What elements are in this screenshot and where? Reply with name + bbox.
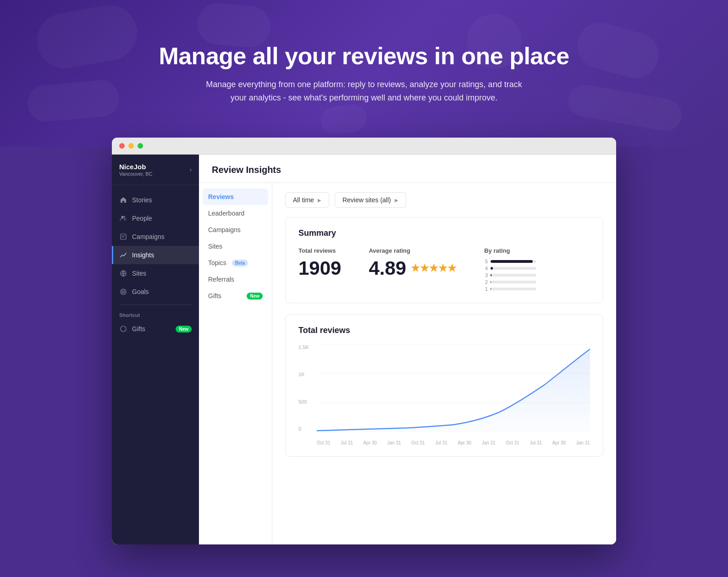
x-label-oct31-3: Oct 31	[506, 440, 519, 445]
sidebar-logo[interactable]: NiceJob Vancouver, BC ›	[112, 155, 199, 185]
sidebar-label-insights: Insights	[132, 251, 154, 259]
by-rating-metric: By rating 5	[484, 247, 536, 292]
sidebar-label-campaigns: Campaigns	[132, 233, 165, 240]
bar-track-2	[491, 281, 536, 283]
people-icon	[119, 214, 127, 222]
star-rating: ★ ★ ★ ★ ★	[411, 263, 457, 273]
total-reviews-metric: Total reviews 1909	[298, 247, 341, 278]
sub-nav-label-campaigns: Campaigns	[208, 226, 241, 233]
svg-point-0	[121, 216, 124, 218]
sub-nav-leaderboard[interactable]: Leaderboard	[199, 205, 272, 222]
blob-7	[319, 102, 368, 136]
bar-fill-4	[491, 267, 493, 270]
sidebar-divider	[119, 305, 192, 305]
chart-svg-area	[317, 344, 590, 432]
sub-nav-label-leaderboard: Leaderboard	[208, 210, 244, 217]
topics-badge-beta: Beta	[232, 260, 248, 266]
star-3: ★	[429, 263, 438, 273]
bar-label-1: 1	[484, 286, 488, 292]
sidebar-item-people[interactable]: People	[112, 209, 199, 227]
sub-nav-reviews[interactable]: Reviews	[203, 189, 268, 205]
rating-bar-3: 3	[484, 272, 536, 278]
site-filter-button[interactable]: Review sites (all) ▶	[335, 192, 406, 208]
bar-track-3	[491, 274, 536, 277]
time-filter-button[interactable]: All time ▶	[285, 192, 329, 208]
sidebar-label-stories: Stories	[132, 196, 152, 204]
x-label-jul31-3: Jul 31	[529, 440, 542, 445]
rating-bar-4: 4	[484, 266, 536, 271]
chart-y-labels: 1.5K 1K 500 0	[298, 344, 309, 432]
chart-x-labels: Oct 31 Jul 31 Apr 30 Jan 31 Oct 31 Jul 3…	[317, 440, 590, 445]
insights-icon	[119, 251, 127, 259]
sidebar-item-campaigns[interactable]: Campaigns	[112, 227, 199, 246]
rating-bar-2: 2	[484, 279, 536, 285]
sidebar-item-insights[interactable]: Insights	[112, 246, 199, 264]
sidebar: NiceJob Vancouver, BC › Stories	[112, 155, 199, 544]
sub-nav-label-gifts: Gifts	[208, 292, 221, 300]
bar-label-5: 5	[484, 259, 488, 264]
chart-title: Total reviews	[298, 326, 590, 335]
x-label-apr30-2: Apr 30	[458, 440, 471, 445]
svg-point-1	[124, 216, 126, 218]
sub-nav-sites[interactable]: Sites	[199, 238, 272, 255]
browser-content: NiceJob Vancouver, BC › Stories	[112, 155, 616, 544]
sidebar-company-location: Vancouver, BC	[119, 171, 153, 177]
sub-nav-topics[interactable]: Topics Beta	[199, 255, 272, 271]
sidebar-item-sites[interactable]: Sites	[112, 264, 199, 283]
star-5: ★	[447, 263, 457, 273]
bar-fill-5	[491, 260, 533, 263]
x-label-apr30-1: Apr 30	[363, 440, 376, 445]
shortcut-label: Shortcut	[112, 309, 199, 320]
bar-label-4: 4	[484, 266, 488, 271]
gifts-icon	[119, 325, 127, 333]
time-filter-label: All time	[293, 196, 314, 204]
sidebar-item-goals[interactable]: Goals	[112, 283, 199, 301]
summary-card: Summary Total reviews 1909 Average ratin…	[285, 217, 603, 303]
bar-track-4	[491, 267, 536, 270]
y-label-1500: 1.5K	[298, 344, 309, 350]
summary-metrics: Total reviews 1909 Average rating 4.89	[298, 247, 590, 292]
blob-2	[572, 17, 664, 83]
sub-nav: Reviews Leaderboard Campaigns Sites Topi	[199, 183, 272, 544]
content-area: Reviews Leaderboard Campaigns Sites Topi	[199, 183, 616, 544]
blob-4	[26, 78, 121, 123]
sub-nav-referrals[interactable]: Referrals	[199, 271, 272, 288]
sub-nav-label-topics: Topics	[208, 259, 226, 266]
y-label-1000: 1K	[298, 372, 309, 377]
sub-nav-campaigns[interactable]: Campaigns	[199, 222, 272, 238]
sidebar-label-sites: Sites	[132, 270, 146, 277]
bar-fill-2	[491, 281, 491, 283]
home-icon	[119, 196, 127, 204]
svg-point-6	[123, 291, 124, 292]
gifts-badge-sub: New	[247, 293, 263, 300]
svg-point-7	[121, 326, 126, 332]
blob-5	[566, 82, 684, 133]
star-1: ★	[411, 263, 420, 273]
browser-dot-red[interactable]	[119, 143, 125, 149]
browser-dot-green[interactable]	[138, 143, 143, 149]
sidebar-item-gifts[interactable]: Gifts New	[112, 320, 199, 338]
goals-icon	[119, 288, 127, 296]
sidebar-label-people: People	[132, 215, 152, 222]
svg-rect-2	[121, 234, 126, 239]
y-label-500: 500	[298, 399, 309, 405]
bar-label-3: 3	[484, 272, 488, 278]
browser-dot-yellow[interactable]	[128, 143, 134, 149]
main-header: Review Insights	[199, 155, 616, 183]
x-label-jul31-1: Jul 31	[341, 440, 353, 445]
chart-line-svg	[317, 344, 590, 432]
x-label-jan31-2: Jan 31	[482, 440, 496, 445]
sidebar-item-stories[interactable]: Stories	[112, 191, 199, 209]
total-reviews-value: 1909	[298, 259, 341, 278]
star-2: ★	[420, 263, 429, 273]
browser-window: NiceJob Vancouver, BC › Stories	[112, 138, 616, 544]
summary-title: Summary	[298, 228, 590, 238]
filters-row: All time ▶ Review sites (all) ▶	[285, 192, 603, 208]
sub-nav-label-reviews: Reviews	[208, 193, 234, 200]
sub-nav-gifts[interactable]: Gifts New	[199, 288, 272, 304]
blob-1	[33, 1, 141, 72]
sub-nav-label-sites: Sites	[208, 243, 222, 250]
site-filter-label: Review sites (all)	[342, 196, 391, 204]
rating-bar-5: 5	[484, 259, 536, 264]
browser-titlebar	[112, 138, 616, 155]
